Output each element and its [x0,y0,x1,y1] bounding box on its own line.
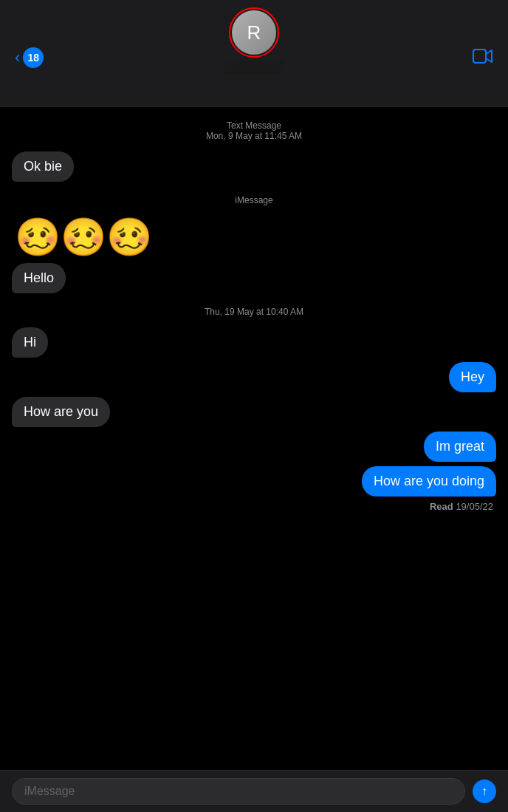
contact-name-bar [224,61,284,74]
timestamp-imessage: iMessage [12,195,496,205]
avatar: R [232,10,276,55]
read-receipt: Read 19/05/22 [12,501,496,512]
input-bar: ↑ [0,770,508,812]
bubble-hey: Hey [449,362,496,392]
emoji-faces: 🥴🥴🥴 [15,216,152,259]
message-im-great: Im great [12,431,496,462]
bubble-received: Ok bie [12,151,74,182]
message-ok-bie: Ok bie [12,151,496,182]
send-button[interactable]: ↑ [473,779,496,803]
avatar-container: R [229,7,279,58]
emoji-message: 🥴🥴🥴 [12,216,496,259]
bubble-im-great: Im great [424,431,496,462]
bubble-hello: Hello [12,263,66,293]
timestamp-1: Text Message Mon, 9 May at 11:45 AM [12,120,496,141]
message-hi: Hi [12,327,496,358]
back-chevron-icon: ‹ [15,48,20,67]
contact-center[interactable]: R [224,7,284,74]
video-call-button[interactable] [473,47,493,68]
back-button[interactable]: ‹ 18 [15,47,44,68]
bubble-how-are-you: How are you [12,397,110,427]
timestamp-3: Thu, 19 May at 10:40 AM [12,307,496,317]
message-hello: Hello [12,263,496,293]
back-badge: 18 [23,47,44,68]
message-hey: Hey [12,362,496,392]
bubble-hi: Hi [12,327,48,358]
message-how-are-you-doing: How are you doing [12,466,496,497]
svg-rect-0 [473,50,486,63]
header: ‹ 18 R [0,0,508,107]
message-how-are-you: How are you [12,397,496,427]
message-input[interactable] [12,778,465,805]
bubble-how-are-you-doing: How are you doing [362,466,496,497]
messages-area: Text Message Mon, 9 May at 11:45 AM Ok b… [0,107,508,527]
